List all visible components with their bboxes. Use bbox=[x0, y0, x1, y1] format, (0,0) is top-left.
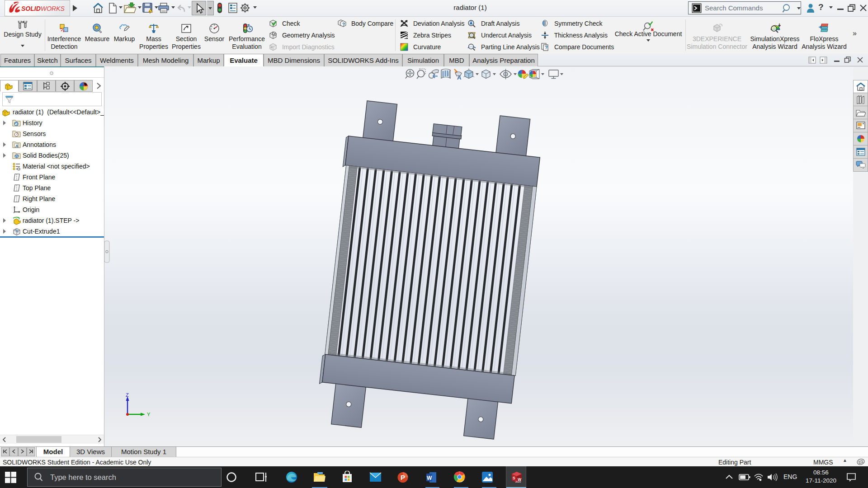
svg-text:A: A bbox=[15, 144, 18, 148]
svg-text:WORKS: WORKS bbox=[41, 5, 65, 12]
svg-text:Y: Y bbox=[147, 412, 151, 417]
svg-text:S: S bbox=[513, 476, 515, 480]
svg-text:SOLID: SOLID bbox=[21, 5, 41, 12]
svg-text:2020: 2020 bbox=[515, 480, 521, 483]
svg-text:A: A bbox=[457, 74, 462, 81]
svg-text:?: ? bbox=[342, 22, 345, 27]
svg-text:P: P bbox=[401, 474, 405, 481]
svg-text:Z: Z bbox=[126, 392, 129, 398]
svg-text:!: ! bbox=[150, 10, 151, 14]
svg-text:?: ? bbox=[545, 45, 547, 50]
svg-text:W: W bbox=[427, 475, 432, 481]
